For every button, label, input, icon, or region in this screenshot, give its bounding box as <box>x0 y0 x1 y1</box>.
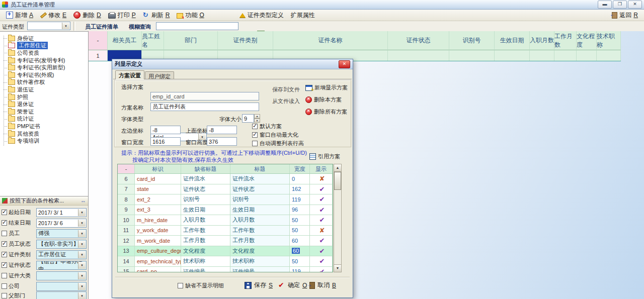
tree-item[interactable]: 专利证书(实用新型) <box>0 64 88 71</box>
tree-item[interactable]: 专利证书(发明专利) <box>0 57 88 64</box>
chevron-down-icon[interactable] <box>78 220 86 227</box>
checkbox[interactable] <box>2 252 7 257</box>
chevron-down-icon[interactable] <box>78 272 86 279</box>
delete-button[interactable]: 删除D <box>70 10 105 21</box>
close-button[interactable]: ✕ <box>628 1 642 9</box>
col-header[interactable]: 缺省标题 <box>181 164 230 173</box>
edit-button[interactable]: 修改E <box>37 10 70 21</box>
col-header[interactable]: 宽度 <box>290 164 310 173</box>
col-header[interactable]: 标题 <box>230 164 290 173</box>
chevron-down-icon[interactable] <box>78 209 86 216</box>
tree-item-selected[interactable]: 工作居住证 <box>0 42 88 50</box>
chevron-down-icon[interactable] <box>78 262 86 269</box>
col-header-education[interactable]: 文化程度 <box>577 31 597 50</box>
save-button[interactable]: 保存S <box>245 281 273 289</box>
tree-item[interactable]: 身份证 <box>0 35 88 42</box>
dialog-titlebar[interactable]: 列显示定义 ✕ <box>112 59 353 69</box>
fuzzy-query-button[interactable]: 模糊查询 <box>129 23 151 31</box>
col-header[interactable]: 标识 <box>135 164 181 173</box>
cert-class-select[interactable] <box>36 271 87 280</box>
column-row[interactable]: 12m_work_date工作月数工作月数60✔ <box>118 236 333 246</box>
cert-type-define-button[interactable]: 证件类型定义 <box>236 10 287 21</box>
window-width-input[interactable]: 1616 <box>150 137 181 146</box>
checkbox[interactable] <box>252 132 258 138</box>
col-header-indicator[interactable]: - <box>89 31 108 50</box>
checkbox[interactable] <box>2 293 7 298</box>
ok-button[interactable]: 确定O <box>278 281 307 289</box>
column-row[interactable]: 6card_id证件流水证件流水0✘ <box>118 174 333 184</box>
tree-item[interactable]: 专利证书(外观) <box>0 71 88 79</box>
col-header[interactable]: - <box>118 164 135 173</box>
tree-item[interactable]: 退休证 <box>0 101 88 108</box>
checkbox[interactable] <box>178 283 183 288</box>
search-input[interactable] <box>156 22 238 30</box>
chevron-down-icon[interactable] <box>78 241 86 248</box>
cancel-button[interactable]: 取消B <box>309 281 336 289</box>
employee-status-select[interactable]: 【在职-非实习】 <box>36 240 87 249</box>
table-scrollbar[interactable]: ▲ ▼ <box>334 164 342 272</box>
chevron-down-icon[interactable] <box>78 283 86 290</box>
chevron-down-icon[interactable] <box>78 230 86 237</box>
width-cell-editing[interactable]: 60 <box>292 248 300 254</box>
apply-plan-button[interactable]: 引用方案 <box>309 153 340 160</box>
checkbox[interactable] <box>2 262 7 268</box>
column-row[interactable]: 8ext_2识别号识别号119✔ <box>118 194 333 205</box>
tree-item[interactable]: 专项培训 <box>0 137 88 145</box>
maximize-button[interactable]: ❐ <box>613 1 627 9</box>
window-height-input[interactable]: 376 <box>207 137 237 146</box>
company-select[interactable] <box>36 282 87 291</box>
scroll-thumb[interactable] <box>334 172 341 190</box>
refresh-button[interactable]: 刷新R <box>139 10 174 21</box>
spin-up-icon[interactable]: ▲ <box>254 114 260 119</box>
top-coord-input[interactable]: -8 <box>207 126 237 134</box>
print-button[interactable]: 打印P <box>105 10 139 21</box>
dialog-close-button[interactable]: ✕ <box>339 60 350 68</box>
col-header-hire-months[interactable]: 入职月数 <box>530 31 554 50</box>
cert-category-select[interactable]: 工作居住证 <box>36 250 87 259</box>
column-row[interactable]: 7state证件状态证件状态162✔ <box>118 184 333 195</box>
col-header-effective-date[interactable]: 生效日期 <box>495 31 530 50</box>
function-button[interactable]: 功能O <box>173 10 207 21</box>
add-button[interactable]: 新增A <box>3 10 37 21</box>
column-row[interactable]: 9ext_3生效日期生效日期96✔ <box>118 205 333 216</box>
tab-plan-settings[interactable]: 方案设置 <box>115 70 144 79</box>
tree-item[interactable]: 统计证 <box>0 116 88 123</box>
delete-plan-button[interactable]: 删除本方案 <box>305 96 342 104</box>
column-row[interactable]: 15card_no证件编号证件编号119✔ <box>118 267 333 273</box>
col-header-id-number[interactable]: 识别号 <box>449 31 495 50</box>
spin-down-icon[interactable]: ▼ <box>254 119 260 123</box>
cert-status-select[interactable]: 【组合】申请办理中 <box>36 261 87 270</box>
scroll-down-icon[interactable]: ▼ <box>334 264 341 272</box>
checkbox[interactable] <box>2 220 7 226</box>
minimize-button[interactable]: ▬ <box>598 1 612 9</box>
col-header-cert-category[interactable]: 证件类别 <box>218 31 273 50</box>
start-date-select[interactable]: 2017/ 3/ 1 <box>36 208 87 217</box>
col-header-work-months[interactable]: 工作月数 <box>554 31 577 50</box>
back-button[interactable]: 返回R <box>608 10 641 21</box>
font-size-input[interactable]: 9 <box>242 114 254 123</box>
parent-dept-select[interactable] <box>36 291 87 299</box>
column-row-selected[interactable]: 13emp_culture_degr文化程度文化程度60✔ <box>118 246 333 257</box>
tree-item[interactable]: 软件著作权 <box>0 79 88 86</box>
col-header-employee-name[interactable]: 员工姓名 <box>142 31 164 50</box>
plan-name-input[interactable]: 员工证件列表 <box>150 103 259 111</box>
checkbox[interactable] <box>252 124 258 129</box>
checkbox[interactable] <box>2 283 7 289</box>
chevron-down-icon[interactable] <box>62 23 69 29</box>
checkbox[interactable] <box>252 141 258 146</box>
col-header[interactable]: 显示 <box>310 164 333 173</box>
column-row[interactable]: 11y_work_date工作年数工作年数50✘ <box>118 226 333 236</box>
left-coord-input[interactable]: -8 <box>150 126 181 134</box>
save-to-file-link[interactable]: 保存到文件 <box>272 86 300 93</box>
auto-row-height-checkbox[interactable]: 自动调整列表行高 <box>252 140 304 147</box>
checkbox[interactable] <box>2 241 7 247</box>
load-from-file-link[interactable]: 从文件读入 <box>272 97 300 105</box>
auto-maximize-checkbox[interactable]: 窗口自动最大化 <box>252 131 298 139</box>
font-size-stepper[interactable]: ▲▼ <box>254 114 260 123</box>
tree-item[interactable]: 其他资质 <box>0 130 88 138</box>
col-header-department[interactable]: 部门 <box>164 31 218 50</box>
cert-type-select[interactable] <box>27 22 70 30</box>
employee-select[interactable]: 傅强 <box>36 229 87 238</box>
column-row[interactable]: 14emp_technical_typ技术职称技术职称50✔ <box>118 256 333 267</box>
chevron-down-icon[interactable] <box>78 292 86 299</box>
